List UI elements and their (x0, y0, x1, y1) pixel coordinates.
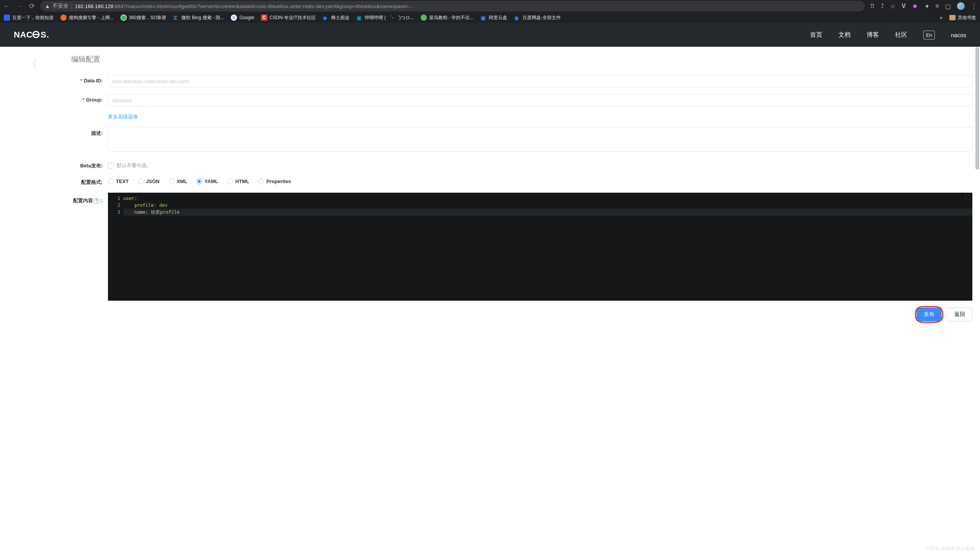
nav-community[interactable]: 社区 (895, 31, 907, 39)
back-button[interactable]: 返回 (947, 308, 972, 321)
editor-gutter: 1 2 3 (108, 193, 123, 301)
nav-blog[interactable]: 博客 (867, 31, 879, 39)
translate-icon[interactable]: ⠿ (870, 3, 875, 10)
address-bar[interactable]: ▲不安全 192.168.180.128:8847/nacos/index.ht… (40, 1, 865, 11)
label-group: *Group: (71, 94, 103, 103)
window-icon[interactable]: ▢ (945, 3, 951, 10)
nacos-header: NAC S. 首页 文档 博客 社区 En nacos (0, 23, 980, 47)
share-icon[interactable]: ⤴ (881, 3, 884, 10)
bookmark-bing[interactable]: ⵣ微软 Bing 搜索 - 国... (173, 15, 224, 21)
label-content: 配置内容? : (71, 193, 103, 301)
data-id-input[interactable] (108, 75, 972, 87)
editor-corner-icon[interactable]: ⛶ (965, 195, 970, 201)
user-avatar-icon[interactable] (957, 2, 965, 10)
help-icon[interactable]: ? (94, 198, 100, 204)
bookmark-baidu[interactable]: 百度一下，你就知道 (4, 15, 54, 21)
bookmark-baidupan[interactable]: ◉百度网盘-全部文件 (514, 15, 561, 21)
watermark: CSDN @程序员小杰@ (926, 545, 975, 552)
label-data-id: *Data ID: (71, 75, 103, 83)
current-user[interactable]: nacos (951, 32, 966, 38)
radio-json[interactable]: JSON (138, 178, 159, 184)
bookmark-360[interactable]: 360搜索，SO靠谱 (121, 15, 166, 21)
publish-button[interactable]: 发布 (916, 308, 942, 321)
radio-xml[interactable]: XML (169, 178, 187, 184)
nav-home[interactable]: 首页 (810, 31, 822, 39)
url-host: 192.168.180.128 (75, 3, 114, 9)
browser-chrome: ← → ⟳ ▲不安全 192.168.180.128:8847/nacos/in… (0, 0, 980, 23)
bookmarks-bar: 百度一下，你就知道 搜狗搜索引擎 - 上网... 360搜索，SO靠谱 ⵣ微软 … (0, 12, 980, 23)
bookmark-juejin[interactable]: ◆稀土掘金 (323, 15, 350, 21)
label-format: 配置格式: (71, 176, 103, 186)
list-icon[interactable]: ≡ (936, 3, 939, 10)
warning-icon: ▲ (45, 3, 50, 9)
nacos-logo[interactable]: NAC S. (14, 29, 52, 41)
svg-text:S.: S. (41, 30, 49, 39)
face-icon[interactable]: ☻ (912, 3, 918, 10)
label-beta: Beta发布: (71, 160, 103, 169)
bookmark-google[interactable]: GGoogle (231, 15, 254, 21)
star-icon[interactable]: ☆ (890, 3, 895, 10)
nav-forward-icon: → (16, 2, 23, 10)
url-rest: :8847/nacos/index.html#/configeditor?ser… (113, 3, 413, 9)
desc-textarea[interactable] (108, 127, 972, 152)
format-radios: TEXT JSON XML YAML HTML Properties (108, 176, 972, 184)
other-bookmarks[interactable]: 其他书签 (949, 15, 976, 21)
page-title: 编辑配置 (71, 54, 972, 64)
group-input[interactable] (108, 94, 972, 106)
bookmark-csdn[interactable]: CCSDN-专业IT技术社区 (261, 15, 316, 21)
bookmark-runoob[interactable]: 菜鸟教程 - 学的不仅... (421, 15, 474, 21)
beta-hint: 默认不要勾选。 (117, 162, 152, 169)
radio-html[interactable]: HTML (227, 178, 249, 184)
svg-text:NAC: NAC (14, 30, 33, 39)
v-icon[interactable]: V (902, 3, 906, 10)
nav-reload-icon[interactable]: ⟳ (29, 2, 35, 10)
nav-docs[interactable]: 文档 (838, 31, 851, 39)
menu-icon[interactable]: ⋮ (971, 3, 977, 10)
bookmark-aliyun[interactable]: ▣阿里云盘 (480, 15, 507, 21)
lang-switch[interactable]: En (923, 31, 935, 39)
advanced-toggle[interactable]: 更多高级选项 (108, 114, 138, 120)
radio-properties[interactable]: Properties (258, 178, 291, 184)
label-desc: 描述: (71, 127, 103, 137)
extensions-icon[interactable]: ✦ (924, 3, 929, 10)
page-scrollbar[interactable] (975, 47, 980, 555)
back-chevron-icon[interactable]: 〈 (28, 58, 37, 69)
code-editor[interactable]: 1 2 3 user: profile: dev name: 徐庶profile… (108, 193, 972, 301)
nav-back-icon[interactable]: ← (3, 2, 10, 10)
security-label: 不安全 (52, 3, 69, 10)
bookmark-bili[interactable]: ▣哔哩哔哩 ( ゜- ゜)つロ... (356, 15, 414, 21)
radio-text[interactable]: TEXT (108, 178, 129, 184)
radio-yaml[interactable]: YAML (196, 178, 218, 184)
bookmarks-overflow-icon[interactable]: » (940, 15, 942, 20)
beta-checkbox[interactable] (108, 163, 114, 169)
bookmark-sogou[interactable]: 搜狗搜索引擎 - 上网... (60, 15, 114, 21)
